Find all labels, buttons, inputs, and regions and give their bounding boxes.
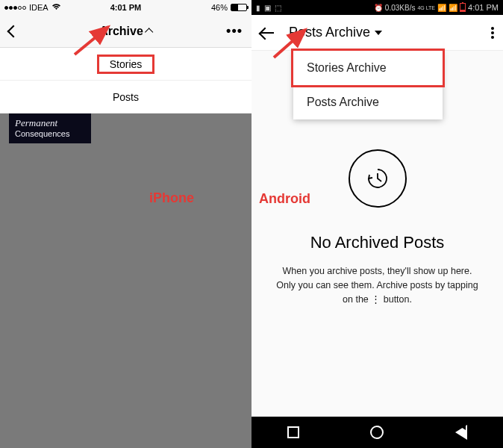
wifi-icon — [51, 3, 61, 12]
signal-icon-2: 📶 — [449, 4, 457, 12]
back-button[interactable] — [455, 425, 467, 440]
alarm-icon: ⏰ — [374, 4, 383, 12]
annotation-android: Android — [259, 191, 310, 207]
triangle-down-icon — [375, 31, 382, 35]
more-button[interactable] — [491, 27, 494, 39]
android-nav-bar: Posts Archive — [251, 15, 503, 51]
back-triangle-icon — [455, 425, 467, 440]
ios-nav-bar: Archive ••• — [0, 15, 251, 48]
lte-label: 4G LTE — [417, 5, 435, 10]
home-button[interactable] — [370, 426, 384, 439]
carrier-label: IDEA — [29, 3, 49, 12]
archive-type-menu: Stories Posts — [0, 48, 251, 113]
menu-item-posts-archive[interactable]: Posts Archive — [293, 85, 443, 119]
menu-item-stories[interactable]: Stories — [0, 48, 251, 81]
back-button[interactable] — [9, 27, 18, 36]
menu-item-label: Posts Archive — [307, 96, 379, 108]
data-speed: 0.03KB/s — [385, 4, 416, 12]
nav-title: Archive — [99, 25, 143, 38]
empty-heading: No Archived Posts — [310, 233, 445, 252]
back-button[interactable] — [260, 32, 274, 34]
menu-item-label: Stories — [110, 58, 143, 70]
android-soft-nav — [251, 417, 503, 448]
iphone-screenshot: IDEA 4:01 PM 46% Archive ••• Stories Pos… — [0, 0, 251, 448]
archive-dropdown-toggle[interactable]: Posts Archive — [289, 25, 382, 40]
highlight-box: Stories — [97, 55, 155, 74]
android-screenshot: ▮ ▣ ⬚ ⏰ 0.03KB/s 4G LTE 📶 📶 4:01 PM Post… — [251, 0, 503, 448]
battery-icon — [460, 3, 466, 12]
annotation-iphone: iPhone — [149, 190, 194, 206]
menu-item-posts[interactable]: Posts — [0, 81, 251, 113]
thumbnail-text-1: Permanent — [15, 118, 85, 129]
chevron-up-icon — [145, 28, 153, 36]
arrow-left-icon — [260, 32, 274, 34]
menu-item-stories-archive[interactable]: Stories Archive — [291, 49, 445, 87]
battery-percent: 46% — [211, 3, 228, 12]
status-time: 4:01 PM — [468, 3, 499, 12]
battery-charge-icon: ▮ — [256, 4, 260, 12]
recents-button[interactable] — [287, 426, 299, 438]
archive-dropdown-toggle[interactable]: Archive — [99, 25, 152, 38]
android-status-bar: ▮ ▣ ⬚ ⏰ 0.03KB/s 4G LTE 📶 📶 4:01 PM — [251, 0, 503, 15]
signal-icon: 📶 — [437, 4, 446, 12]
story-thumbnail[interactable]: Permanent Consequences — [9, 113, 91, 143]
battery-icon — [231, 4, 247, 11]
empty-state: No Archived Posts When you archive posts… — [251, 149, 503, 306]
nav-title: Posts Archive — [289, 25, 370, 40]
ios-status-bar: IDEA 4:01 PM 46% — [0, 0, 251, 15]
archive-type-menu: Stories Archive Posts Archive — [293, 51, 443, 119]
more-button[interactable]: ••• — [226, 23, 243, 39]
image-icon: ▣ — [264, 4, 271, 12]
notification-icon: ⬚ — [275, 4, 281, 12]
history-icon — [349, 149, 407, 208]
thumbnail-text-2: Consequences — [15, 129, 85, 139]
menu-item-label: Posts — [113, 91, 139, 103]
menu-item-label: Stories Archive — [307, 61, 387, 74]
signal-icon — [4, 6, 26, 10]
chevron-left-icon — [7, 25, 20, 37]
empty-body: When you archive posts, they'll show up … — [274, 264, 481, 306]
status-time: 4:01 PM — [110, 3, 142, 12]
